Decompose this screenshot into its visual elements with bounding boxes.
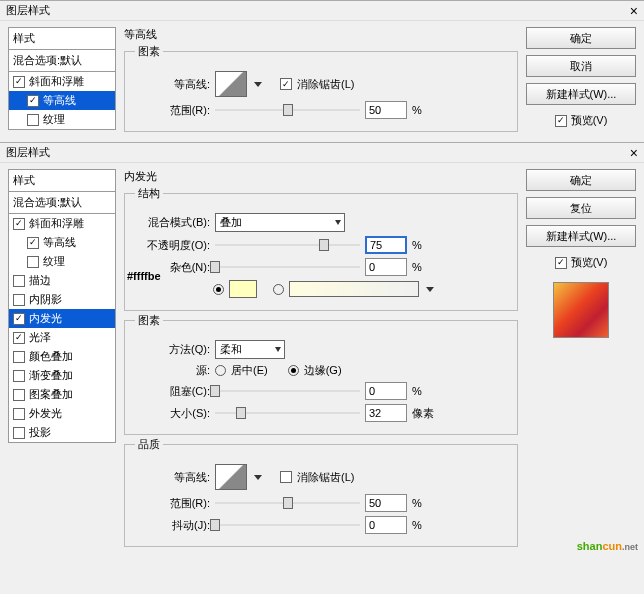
range-input[interactable] [365, 101, 407, 119]
opacity-slider[interactable] [215, 237, 360, 253]
effect-checkbox[interactable] [13, 294, 25, 306]
ok-button[interactable]: 确定 [526, 27, 636, 49]
effect-checkbox[interactable] [13, 76, 25, 88]
blend-options[interactable]: 混合选项:默认 [8, 192, 116, 214]
effect-item[interactable]: 斜面和浮雕 [9, 214, 115, 233]
size-input[interactable] [365, 404, 407, 422]
dialog-title: 图层样式 [6, 3, 50, 18]
titlebar: 图层样式 × [0, 143, 644, 163]
style-list-panel: 样式 混合选项:默认 斜面和浮雕等高线纹理描边内阴影内发光光泽颜色叠加渐变叠加图… [8, 169, 116, 547]
choke-input[interactable] [365, 382, 407, 400]
unit-px: 像素 [412, 406, 434, 421]
jitter-slider[interactable] [215, 517, 360, 533]
effect-item[interactable]: 内阴影 [9, 290, 115, 309]
reset-button[interactable]: 复位 [526, 197, 636, 219]
antialias-checkbox[interactable] [280, 78, 292, 90]
effect-checkbox[interactable] [13, 218, 25, 230]
button-panel: 确定 复位 新建样式(W)... 预览(V) [526, 169, 636, 547]
source-edge-radio[interactable] [288, 365, 299, 376]
effect-label: 外发光 [29, 406, 62, 421]
effect-item[interactable]: 纹理 [9, 252, 115, 271]
effect-item[interactable]: 等高线 [9, 91, 115, 110]
effect-label: 图案叠加 [29, 387, 73, 402]
effect-checkbox[interactable] [13, 408, 25, 420]
effect-checkbox[interactable] [27, 256, 39, 268]
effect-checkbox[interactable] [13, 389, 25, 401]
unit-percent: % [412, 519, 422, 531]
effect-item[interactable]: 斜面和浮雕 [9, 72, 115, 91]
effect-item[interactable]: 等高线 [9, 233, 115, 252]
antialias-label: 消除锯齿(L) [297, 77, 354, 92]
elements-fieldset: 图素 方法(Q): 柔和 源: 居中(E) 边缘(G) 阻塞(C): [124, 313, 518, 435]
titlebar: 图层样式 × [0, 1, 644, 21]
effect-label: 等高线 [43, 93, 76, 108]
source-center-label: 居中(E) [231, 363, 268, 378]
cancel-button[interactable]: 取消 [526, 55, 636, 77]
chevron-down-icon[interactable] [254, 475, 262, 480]
source-center-radio[interactable] [215, 365, 226, 376]
effect-checkbox[interactable] [13, 332, 25, 344]
preview-thumbnail [553, 282, 609, 338]
effect-label: 内阴影 [29, 292, 62, 307]
contour-picker[interactable] [215, 71, 247, 97]
chevron-down-icon[interactable] [426, 287, 434, 292]
contour-picker[interactable] [215, 464, 247, 490]
effect-checkbox[interactable] [13, 275, 25, 287]
blendmode-select[interactable]: 叠加 [215, 213, 345, 232]
preview-checkbox[interactable] [555, 257, 567, 269]
effect-item[interactable]: 投影 [9, 423, 115, 442]
jitter-label: 抖动(J): [135, 518, 210, 533]
jitter-input[interactable] [365, 516, 407, 534]
effect-item[interactable]: 图案叠加 [9, 385, 115, 404]
close-icon[interactable]: × [630, 3, 638, 19]
size-slider[interactable] [215, 405, 360, 421]
new-style-button[interactable]: 新建样式(W)... [526, 83, 636, 105]
chevron-down-icon[interactable] [254, 82, 262, 87]
opacity-input[interactable] [365, 236, 407, 254]
noise-input[interactable] [365, 258, 407, 276]
method-select[interactable]: 柔和 [215, 340, 285, 359]
style-header: 样式 [8, 169, 116, 192]
range-slider[interactable] [215, 495, 360, 511]
elements-fieldset: 图素 等高线: 消除锯齿(L) 范围(R): % [124, 44, 518, 132]
effect-label: 内发光 [29, 311, 62, 326]
blend-options[interactable]: 混合选项:默认 [8, 50, 116, 72]
effect-item[interactable]: 内发光 [9, 309, 115, 328]
effect-item[interactable]: 光泽 [9, 328, 115, 347]
range-label: 范围(R): [135, 496, 210, 511]
antialias-checkbox[interactable] [280, 471, 292, 483]
effect-checkbox[interactable] [13, 351, 25, 363]
effect-item[interactable]: 纹理 [9, 110, 115, 129]
color-radio[interactable] [213, 284, 224, 295]
effect-label: 纹理 [43, 254, 65, 269]
noise-slider[interactable] [215, 259, 360, 275]
effect-checkbox[interactable] [13, 370, 25, 382]
effect-item[interactable]: 描边 [9, 271, 115, 290]
gradient-picker[interactable] [289, 281, 419, 297]
range-label: 范围(R): [135, 103, 210, 118]
range-input[interactable] [365, 494, 407, 512]
dialog-title: 图层样式 [6, 145, 50, 160]
effect-checkbox[interactable] [13, 313, 25, 325]
effect-item[interactable]: 外发光 [9, 404, 115, 423]
close-icon[interactable]: × [630, 145, 638, 161]
antialias-label: 消除锯齿(L) [297, 470, 354, 485]
effect-checkbox[interactable] [27, 237, 39, 249]
preview-checkbox[interactable] [555, 115, 567, 127]
range-slider[interactable] [215, 102, 360, 118]
choke-slider[interactable] [215, 383, 360, 399]
effect-checkbox[interactable] [13, 427, 25, 439]
effect-item[interactable]: 渐变叠加 [9, 366, 115, 385]
preview-label: 预览(V) [571, 255, 608, 270]
effect-item[interactable]: 颜色叠加 [9, 347, 115, 366]
effect-checkbox[interactable] [27, 114, 39, 126]
ok-button[interactable]: 确定 [526, 169, 636, 191]
effect-label: 纹理 [43, 112, 65, 127]
effect-checkbox[interactable] [27, 95, 39, 107]
settings-panel: 等高线 图素 等高线: 消除锯齿(L) 范围(R): % [124, 27, 518, 132]
new-style-button[interactable]: 新建样式(W)... [526, 225, 636, 247]
gradient-radio[interactable] [273, 284, 284, 295]
effect-label: 投影 [29, 425, 51, 440]
color-swatch[interactable] [229, 280, 257, 298]
size-label: 大小(S): [135, 406, 210, 421]
